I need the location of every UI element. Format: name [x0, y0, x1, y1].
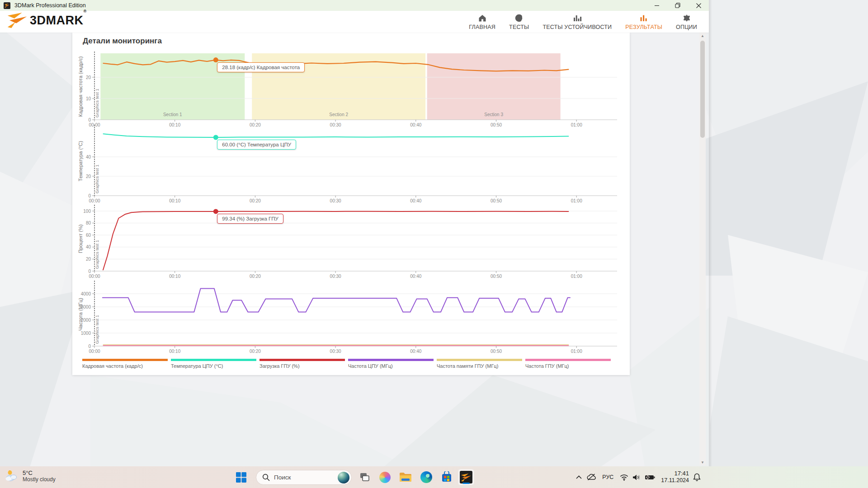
svg-text:Graphics test 1: Graphics test 1	[94, 315, 99, 344]
start-button[interactable]	[233, 469, 249, 485]
legend-item: Частота ЦПУ (МГц)	[348, 359, 437, 369]
restore-button[interactable]	[667, 0, 688, 11]
taskbar: 5°C Mostly cloudy	[0, 466, 868, 488]
close-button[interactable]	[688, 0, 709, 11]
chart-legend: Кадровая частота (кадр/с) Температура ЦП…	[82, 359, 614, 369]
language-indicator[interactable]: РУС	[598, 474, 618, 480]
app-scrollbar[interactable]: ▲ ▼	[699, 33, 706, 465]
nav-results[interactable]: РЕЗУЛЬТАТЫ	[625, 14, 662, 30]
svg-text:Section 3: Section 3	[484, 112, 503, 117]
logo-text: 3DMARK®	[30, 14, 87, 28]
legend-item: Кадровая частота (кадр/с)	[82, 359, 171, 369]
svg-text:Graphics test 1: Graphics test 1	[94, 240, 99, 269]
taskbar-search[interactable]	[256, 470, 352, 485]
nav-home[interactable]: ГЛАВНАЯ	[469, 14, 495, 30]
svg-text:10: 10	[86, 96, 91, 101]
svg-text:00:30: 00:30	[330, 122, 341, 127]
legend-swatch	[348, 359, 434, 361]
svg-text:4000: 4000	[81, 291, 91, 296]
scroll-down-arrow[interactable]: ▼	[699, 459, 706, 465]
svg-text:00:10: 00:10	[169, 198, 180, 203]
legend-item: Температура ЦПУ (°C)	[171, 359, 259, 369]
app-header: 3DMARK® ГЛАВНАЯ ТЕСТЫ ТЕСТЫ УСТОЙЧИВОСТИ…	[0, 11, 709, 33]
svg-text:01:00: 01:00	[571, 274, 582, 279]
taskbar-center	[0, 466, 868, 488]
svg-text:80: 80	[86, 221, 91, 225]
svg-text:00:00: 00:00	[89, 274, 100, 279]
edge-button[interactable]	[418, 469, 434, 485]
svg-text:00:10: 00:10	[169, 349, 180, 354]
svg-text:00:20: 00:20	[250, 274, 261, 279]
minimize-button[interactable]	[646, 0, 667, 11]
svg-text:Кадровая частота (кадр/с): Кадровая частота (кадр/с)	[78, 56, 83, 117]
date-label: 17.11.2024	[661, 477, 689, 484]
home-icon	[478, 14, 487, 23]
edge-icon	[420, 471, 432, 483]
svg-text:60: 60	[86, 233, 91, 238]
wifi-icon[interactable]	[618, 474, 630, 481]
svg-text:0: 0	[88, 344, 91, 349]
3dmark-logo: 3DMARK®	[7, 13, 87, 28]
battery-charging-icon[interactable]	[643, 474, 656, 480]
microsoft-store-button[interactable]	[439, 469, 455, 485]
svg-text:40: 40	[86, 155, 91, 160]
clock[interactable]: 17:41 17.11.2024	[661, 470, 689, 484]
copilot-button[interactable]	[377, 469, 393, 485]
3dmark-app-icon	[459, 470, 473, 484]
svg-text:Section 1: Section 1	[163, 112, 182, 117]
search-input[interactable]	[274, 474, 328, 481]
results-chart-icon	[639, 14, 648, 23]
svg-text:00:00: 00:00	[89, 349, 100, 354]
svg-text:00:50: 00:50	[491, 349, 502, 354]
copilot-icon	[379, 472, 391, 483]
tray-chevron-up-icon[interactable]	[573, 475, 585, 479]
search-highlight-image[interactable]	[338, 472, 349, 483]
svg-text:Section 2: Section 2	[329, 112, 348, 117]
chart-tooltip: 99.34 (%) Загрузка ГПУ	[217, 214, 283, 224]
svg-text:00:40: 00:40	[410, 274, 421, 279]
legend-item: Частота ГПУ (МГц)	[525, 359, 614, 369]
svg-text:Частота (МГц): Частота (МГц)	[78, 298, 83, 331]
legend-item: Загрузка ГПУ (%)	[259, 359, 348, 369]
svg-text:0: 0	[88, 193, 91, 198]
legend-swatch	[525, 359, 611, 361]
nav-tests[interactable]: ТЕСТЫ	[509, 14, 529, 30]
svg-text:00:50: 00:50	[491, 274, 502, 279]
nav-options[interactable]: ОПЦИИ	[676, 14, 697, 30]
svg-text:Graphics test 1: Graphics test 1	[94, 164, 99, 193]
svg-text:00:40: 00:40	[410, 198, 421, 203]
main-nav: ГЛАВНАЯ ТЕСТЫ ТЕСТЫ УСТОЙЧИВОСТИ РЕЗУЛЬТ…	[469, 11, 697, 33]
bar-chart-icon	[573, 14, 582, 23]
search-icon	[262, 474, 270, 481]
svg-text:0: 0	[88, 117, 91, 122]
time-label: 17:41	[661, 470, 689, 477]
window-title: 3DMark Professional Edition	[14, 2, 86, 9]
svg-text:40: 40	[86, 244, 91, 249]
legend-swatch	[82, 359, 168, 361]
gear-icon	[682, 14, 691, 23]
monitoring-charts[interactable]: 0102000:0000:1000:2000:3000:4000:5001:00…	[72, 33, 630, 375]
legend-item: Частота памяти ГПУ (МГц)	[437, 359, 525, 369]
svg-text:00:40: 00:40	[410, 349, 421, 354]
volume-icon[interactable]	[630, 474, 643, 481]
chart-tooltip: 60.00 (°C) Температура ЦПУ	[217, 140, 296, 150]
onedrive-paused-icon[interactable]	[585, 474, 598, 481]
scrollbar-thumb[interactable]	[700, 41, 705, 138]
svg-text:01:00: 01:00	[571, 349, 582, 354]
nav-stability-tests[interactable]: ТЕСТЫ УСТОЙЧИВОСТИ	[542, 14, 612, 30]
svg-text:Температура (°C): Температура (°C)	[78, 141, 83, 181]
notifications-bell-icon[interactable]	[689, 473, 704, 481]
scroll-up-arrow[interactable]: ▲	[699, 33, 706, 39]
legend-swatch	[171, 359, 256, 361]
svg-text:00:20: 00:20	[250, 349, 261, 354]
legend-swatch	[437, 359, 522, 361]
svg-text:00:40: 00:40	[410, 122, 421, 127]
chart-tooltip: 28.18 (кадр/с) Кадровая частота	[217, 62, 305, 72]
svg-text:00:00: 00:00	[89, 198, 100, 203]
task-view-button[interactable]	[356, 469, 373, 485]
3dmark-taskbar-button[interactable]	[458, 469, 474, 485]
svg-text:00:20: 00:20	[250, 198, 261, 203]
task-view-icon	[359, 472, 370, 483]
file-explorer-button[interactable]	[397, 469, 414, 485]
svg-text:00:10: 00:10	[169, 122, 180, 127]
